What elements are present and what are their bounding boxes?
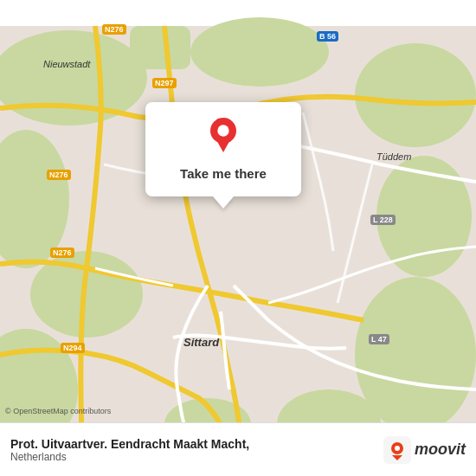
svg-point-17 bbox=[395, 446, 400, 451]
label-sittard: Sittard bbox=[183, 336, 219, 349]
label-nieuwstadt: Nieuwstadt bbox=[43, 59, 90, 69]
badge-b56: B 56 bbox=[317, 31, 338, 42]
badge-n276-left: N276 bbox=[50, 248, 74, 258]
badge-l47: L 47 bbox=[369, 334, 389, 344]
svg-point-3 bbox=[355, 43, 476, 147]
map-svg bbox=[0, 0, 476, 476]
location-name: Prot. Uitvaartver. Eendracht Maakt Macht… bbox=[10, 437, 249, 451]
svg-point-2 bbox=[190, 17, 329, 87]
moovit-logo-text: moovit bbox=[415, 441, 466, 459]
badge-l228: L 228 bbox=[370, 215, 396, 225]
svg-marker-14 bbox=[216, 139, 231, 152]
location-country: Netherlands bbox=[10, 451, 376, 463]
badge-n297: N297 bbox=[152, 78, 177, 88]
moovit-logo: moovit bbox=[383, 436, 466, 464]
label-tuddem: Tüddem bbox=[376, 151, 411, 162]
badge-n294: N294 bbox=[61, 343, 85, 353]
popup-card: Take me there bbox=[145, 102, 301, 196]
bottom-bar: Prot. Uitvaartver. Eendracht Maakt Macht… bbox=[0, 422, 476, 476]
location-title: Prot. Uitvaartver. Eendracht Maakt Macht… bbox=[10, 437, 376, 463]
svg-rect-11 bbox=[130, 26, 190, 69]
moovit-icon bbox=[383, 436, 411, 464]
take-me-there-button[interactable]: Take me there bbox=[159, 163, 287, 184]
pin-icon bbox=[206, 118, 241, 152]
badge-n276-top: N276 bbox=[102, 24, 126, 35]
map-attribution: © OpenStreetMap contributors bbox=[5, 407, 111, 415]
svg-point-13 bbox=[217, 125, 228, 136]
badge-n276-mid: N276 bbox=[47, 170, 71, 180]
map-container: Nieuwstadt Tüddem Sittard N276 N297 B 56… bbox=[0, 0, 476, 476]
popup-arrow bbox=[213, 196, 234, 209]
